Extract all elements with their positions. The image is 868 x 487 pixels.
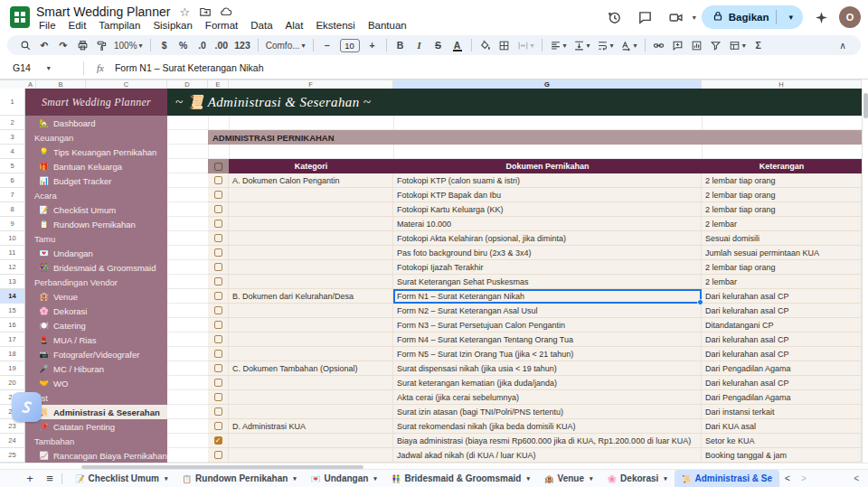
keterangan-cell[interactable]: 2 lembar tiap orang	[702, 260, 862, 275]
search-button[interactable]	[16, 36, 34, 54]
checkbox-cell[interactable]	[208, 304, 229, 318]
checkbox-cell[interactable]	[208, 217, 229, 231]
row-header-18[interactable]: 18	[0, 347, 25, 361]
font-size-value[interactable]: 10	[340, 39, 360, 52]
sidebar-item-dekorasi[interactable]: 🌸Dekorasi	[25, 304, 167, 318]
zoom-select-button[interactable]: 100%▾	[111, 36, 146, 54]
name-box[interactable]: G14 ▾	[0, 62, 83, 73]
sheet-tab-venue[interactable]: 🏨Venue▾	[537, 470, 600, 487]
dokumen-cell[interactable]: Fotokopi KTP (calon suami & istri)	[393, 173, 702, 188]
checkbox-cell[interactable]	[208, 390, 229, 405]
kategori-cell[interactable]	[229, 347, 393, 361]
menu-ekstensi[interactable]: Ekstensi	[309, 19, 361, 32]
keterangan-cell[interactable]: Ditandatangani CP	[702, 318, 862, 332]
tab-scroll-left-icon[interactable]: <	[779, 473, 796, 483]
fill-handle[interactable]	[697, 299, 703, 305]
keterangan-cell[interactable]: Jumlah sesuai permintaan KUA	[702, 246, 862, 260]
kategori-cell[interactable]	[229, 260, 393, 275]
sidebar-item-catatan-penting[interactable]: 📌Catatan Penting	[25, 419, 167, 434]
sheet-views-button[interactable]: ▾	[726, 36, 749, 54]
checkbox-checked[interactable]: ✓	[214, 436, 222, 445]
toolbar-collapse-button[interactable]: ∧	[834, 36, 852, 54]
keterangan-cell[interactable]: Dari kelurahan asal CP	[702, 376, 862, 390]
dokumen-cell[interactable]: Surat rekomendasi nikah (jika beda domis…	[393, 419, 702, 434]
page-title-banner[interactable]: ~ 📜 Administrasi & Seserahan ~	[167, 89, 862, 116]
filter-button[interactable]	[707, 36, 725, 54]
kategori-cell[interactable]	[229, 448, 393, 463]
decrease-font-size-button[interactable]: −	[318, 36, 336, 54]
dokumen-cell[interactable]: Materai 10.000	[393, 217, 702, 231]
header-checkbox-cell[interactable]	[208, 159, 229, 173]
keterangan-cell[interactable]: Dari instansi terkait	[702, 405, 862, 419]
row-header-24[interactable]: 24	[0, 434, 25, 448]
sidebar-item-rundown-pernikahan[interactable]: 📋Rundown Pernikahan	[25, 217, 167, 231]
checkbox-unchecked[interactable]	[214, 220, 222, 228]
insert-link-button[interactable]	[650, 36, 668, 54]
sidebar-item-bantuan-keluarga[interactable]: 🎁Bantuan Keluarga	[25, 159, 167, 173]
sidebar-item-wo[interactable]: 🤝WO	[25, 376, 167, 390]
horizontal-scrollbar-thumb[interactable]	[81, 465, 363, 470]
checkbox-cell[interactable]	[208, 231, 229, 246]
dokumen-cell[interactable]: Fotokopi Akta Kelahiran (opsional, jika …	[393, 231, 702, 246]
kategori-cell[interactable]: A. Dokumen Calon Pengantin	[229, 173, 393, 188]
row-header-12[interactable]: 12	[0, 260, 25, 275]
dokumen-cell[interactable]: Akta cerai (jika cerai sebelumnya)	[393, 390, 702, 405]
kategori-cell[interactable]	[229, 217, 393, 231]
sheet-tab-dekorasi[interactable]: 🌸Dekorasi▾	[600, 470, 675, 487]
sidebar-item-mc-hiburan[interactable]: 🎤MC / Hiburan	[25, 361, 167, 376]
checkbox-cell[interactable]	[208, 376, 229, 390]
checkbox-unchecked[interactable]	[214, 234, 222, 242]
kategori-cell[interactable]	[229, 434, 393, 448]
functions-button[interactable]: Σ	[750, 36, 768, 54]
sheets-logo-icon[interactable]	[10, 6, 30, 28]
keterangan-cell[interactable]: Booking tanggal & jam	[702, 448, 862, 463]
sidebar-section-perbandingan-vendor[interactable]: Perbandingan Vendor	[25, 275, 167, 289]
keterangan-cell[interactable]: Dari kelurahan asal CP	[702, 332, 862, 347]
sidebar-item-catering[interactable]: 🍽️Catering	[25, 318, 167, 332]
checkbox-unchecked[interactable]	[214, 350, 222, 358]
checkbox-unchecked[interactable]	[214, 335, 222, 343]
keterangan-cell[interactable]: Dari Pengadilan Agama	[702, 361, 862, 376]
checkbox-unchecked[interactable]	[214, 306, 222, 314]
checkbox-cell[interactable]	[208, 405, 229, 419]
document-title[interactable]: Smart Wedding Planner	[36, 5, 170, 19]
keterangan-cell[interactable]: Dari Pengadilan Agama	[702, 390, 862, 405]
sheet-tab-bridesmaid-groomsmaid[interactable]: 👫Bridesmaid & Groomsmaid▾	[384, 470, 537, 487]
print-button[interactable]	[73, 36, 91, 54]
selected-cell-G14[interactable]	[393, 289, 702, 304]
checkbox-unchecked[interactable]	[214, 277, 222, 286]
table-header-dokumen-pernikahan[interactable]: Dokumen Pernikahan	[393, 159, 702, 173]
sidebar-item-fotografer-videografer[interactable]: 📷Fotografer/Videografer	[25, 347, 167, 361]
row-header-19[interactable]: 19	[0, 361, 25, 376]
checkbox-unchecked[interactable]	[214, 364, 222, 372]
checkbox-cell[interactable]	[208, 275, 229, 289]
vertical-scrollbar[interactable]	[862, 89, 868, 463]
kategori-cell[interactable]	[229, 188, 393, 202]
row-header-9[interactable]: 9	[0, 217, 25, 231]
menu-tampilan[interactable]: Tampilan	[92, 19, 146, 32]
sidebar-item-mua-rias[interactable]: 💄MUA / Rias	[25, 332, 167, 347]
vertical-align-button[interactable]: ▾	[571, 36, 593, 54]
keterangan-cell[interactable]: Setor ke KUA	[702, 434, 862, 448]
sidebar-section-acara[interactable]: Acara	[25, 188, 167, 202]
more-formats-button[interactable]: 123	[231, 36, 253, 54]
sheet-tab-undangan[interactable]: 💌Undangan▾	[304, 470, 384, 487]
dokumen-cell[interactable]: Form N4 – Surat Keterangan Tentang Orang…	[393, 332, 702, 347]
checkbox-unchecked[interactable]	[214, 292, 222, 300]
sidebar-item-venue[interactable]: 🏨Venue	[25, 289, 167, 304]
sidebar-item-administrasi-seserahan[interactable]: 📜Administrasi & Seserahan	[25, 405, 167, 419]
dokumen-cell[interactable]: Surat izin atasan (bagi TNI/Polri/PNS te…	[393, 405, 702, 419]
checkbox-cell[interactable]	[208, 260, 229, 275]
kategori-cell[interactable]	[229, 246, 393, 260]
keterangan-cell[interactable]: Sesuai domisili	[702, 231, 862, 246]
row-header-25[interactable]: 25	[0, 448, 25, 463]
checkbox-cell[interactable]	[208, 289, 229, 304]
kategori-cell[interactable]: C. Dokumen Tambahan (Opsional)	[229, 361, 393, 376]
table-header-kategori[interactable]: Kategori	[229, 159, 393, 173]
kategori-cell[interactable]	[229, 202, 393, 217]
dokumen-cell[interactable]: Pas foto background biru (2x3 & 3x4)	[393, 246, 702, 260]
header-checkbox[interactable]	[214, 163, 222, 171]
star-icon[interactable]: ☆	[178, 5, 191, 18]
checkbox-unchecked[interactable]	[214, 263, 222, 271]
row-header-20[interactable]: 20	[0, 376, 25, 390]
